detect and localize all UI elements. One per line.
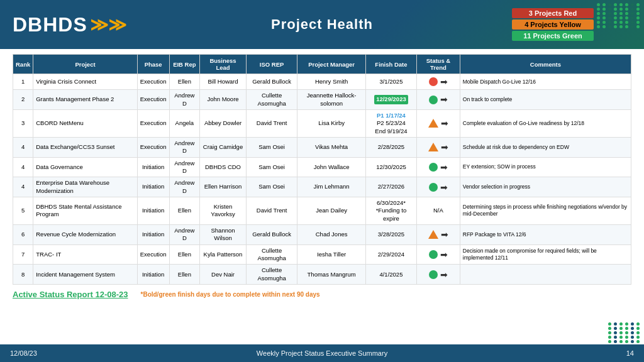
cell-pm: Jeannette Hallock-solomon xyxy=(297,90,365,110)
cell-bizlead: DBHDS CDO xyxy=(200,157,247,177)
footer-page: 14 xyxy=(626,349,634,357)
cell-rank: 7 xyxy=(13,244,33,265)
logo-area: DBHDS ≫≫ xyxy=(13,13,126,36)
cell-bizlead: Shannon Wilson xyxy=(200,225,247,245)
cell-eib: Andrew D xyxy=(169,225,200,245)
cell-pm: Thomas Mangrum xyxy=(297,265,365,285)
cell-comments: Determining steps in process while finis… xyxy=(460,197,631,224)
table-body: 1Virginia Crisis ConnectExecutionEllenBi… xyxy=(13,74,631,285)
cell-date: 12/29/2023 xyxy=(365,90,416,110)
cell-project: Data Exchange/CCS3 Sunset xyxy=(33,137,138,157)
cell-rank: 4 xyxy=(13,137,33,157)
cell-pm: Iesha Tiller xyxy=(297,244,365,265)
date-line: End 9/19/24 xyxy=(375,128,407,134)
footer-title: Weekly Project Status Executive Summary xyxy=(257,349,387,357)
trend-arrow: ➡ xyxy=(440,182,448,193)
trend-arrow: ➡ xyxy=(440,162,448,173)
cell-status: ➡ xyxy=(417,157,460,177)
dot-decoration-br xyxy=(608,322,641,343)
cell-bizlead: Ellen Harrison xyxy=(200,177,247,197)
status-green-icon xyxy=(429,250,438,259)
cell-status: ➡ xyxy=(417,137,460,157)
cell-project: TRAC- IT xyxy=(33,244,138,265)
cell-project: Virginia Crisis Connect xyxy=(33,74,138,90)
cell-iso: Cullette Asomugha xyxy=(246,90,297,110)
col-bizlead: Business Lead xyxy=(200,55,247,74)
cell-comments: EY extension; SOW in process xyxy=(460,157,631,177)
main-content: Rank Project Phase EIB Rep Business Lead… xyxy=(0,49,644,287)
cell-eib: Ellen xyxy=(169,74,200,90)
status-yellow-icon xyxy=(428,230,438,239)
date-highlight: 12/29/2023 xyxy=(374,95,408,104)
active-report-note: *Bold/green finish days due to complete … xyxy=(141,291,320,298)
status-yellow-icon xyxy=(428,143,438,151)
cell-pm: Vikas Mehta xyxy=(297,137,365,157)
header: DBHDS ≫≫ Project Health 3 Projects Red 4… xyxy=(0,0,644,49)
cell-bizlead: Bill Howard xyxy=(200,74,247,90)
cell-iso: Gerald Bullock xyxy=(246,225,297,245)
table-row: 3CBORD NetMenuExecutionAngelaAbbey Dowle… xyxy=(13,109,631,137)
footer-date: 12/08/23 xyxy=(10,349,37,357)
cell-iso: Sam Osei xyxy=(246,177,297,197)
status-green-icon xyxy=(429,163,438,172)
date-line: P2 5/23/24 xyxy=(377,119,406,126)
table-header-row: Rank Project Phase EIB Rep Business Lead… xyxy=(13,55,631,74)
cell-phase: Initiation xyxy=(137,157,169,177)
col-iso: ISO REP xyxy=(246,55,297,74)
status-na: N/A xyxy=(433,207,443,214)
cell-eib: Angela xyxy=(169,109,200,137)
col-date: Finish Date xyxy=(365,55,416,74)
col-status: Status & Trend xyxy=(417,55,460,74)
trend-arrow: ➡ xyxy=(440,249,448,260)
header-badges: 3 Projects Red 4 Projects Yellow 11 Proj… xyxy=(512,8,594,41)
cell-eib: Andrew D xyxy=(169,90,200,110)
cell-date: 2/29/2024 xyxy=(365,244,416,265)
cell-rank: 4 xyxy=(13,157,33,177)
cell-date: 12/30/2025 xyxy=(365,157,416,177)
trend-arrow: ➡ xyxy=(441,229,448,240)
cell-comments: Decision made on compromise for required… xyxy=(460,244,631,265)
cell-iso: Sam Osei xyxy=(246,137,297,157)
cell-comments: Complete evaluation of Go-Live readiness… xyxy=(460,109,631,137)
cell-project: Enterprise Data Warehouse Modernization xyxy=(33,177,138,197)
trend-arrow: ➡ xyxy=(440,94,448,105)
cell-bizlead: Kyla Patterson xyxy=(200,244,247,265)
cell-date: 4/1/2025 xyxy=(365,265,416,285)
badge-yellow: 4 Projects Yellow xyxy=(512,19,594,30)
cell-pm: John Wallace xyxy=(297,157,365,177)
cell-eib: Ellen xyxy=(169,197,200,224)
footer-bar: 12/08/23 Weekly Project Status Executive… xyxy=(0,344,644,362)
active-report-link[interactable]: Active Status Report 12-08-23 xyxy=(13,290,128,299)
cell-phase: Execution xyxy=(137,137,169,157)
cell-phase: Initiation xyxy=(137,265,169,285)
badge-green: 11 Projects Green xyxy=(512,31,594,41)
date-p1: P1 1/17/24 xyxy=(377,112,406,119)
cell-date: 3/1/2025 xyxy=(365,74,416,90)
table-row: 5DBHDS State Rental Assistance ProgramIn… xyxy=(13,197,631,224)
cell-comments: Vendor selection in progress xyxy=(460,177,631,197)
cell-iso: Cullette Asomugha xyxy=(246,265,297,285)
cell-status: ➡ xyxy=(417,225,460,245)
cell-iso: David Trent xyxy=(246,109,297,137)
col-rank: Rank xyxy=(13,55,33,74)
cell-bizlead: John Moore xyxy=(200,90,247,110)
status-green-icon xyxy=(429,183,438,192)
trend-arrow: ➡ xyxy=(440,76,448,87)
cell-pm: Lisa Kirby xyxy=(297,109,365,137)
cell-pm: Jim Lehmann xyxy=(297,177,365,197)
table-row: 4Enterprise Data Warehouse Modernization… xyxy=(13,177,631,197)
cell-project: Revenue Cycle Modernization xyxy=(33,225,138,245)
cell-rank: 4 xyxy=(13,177,33,197)
cell-status: ➡ xyxy=(417,244,460,265)
cell-comments xyxy=(460,265,631,285)
cell-iso: Sam Osei xyxy=(246,157,297,177)
cell-phase: Execution xyxy=(137,74,169,90)
cell-rank: 1 xyxy=(13,74,33,90)
cell-phase: Initiation xyxy=(137,177,169,197)
cell-iso: Cullette Asomugha xyxy=(246,244,297,265)
cell-eib: Andrew D xyxy=(169,157,200,177)
cell-phase: Execution xyxy=(137,244,169,265)
cell-bizlead: Craig Camidge xyxy=(200,137,247,157)
trend-arrow: ➡ xyxy=(440,269,448,280)
cell-date: 2/27/2026 xyxy=(365,177,416,197)
